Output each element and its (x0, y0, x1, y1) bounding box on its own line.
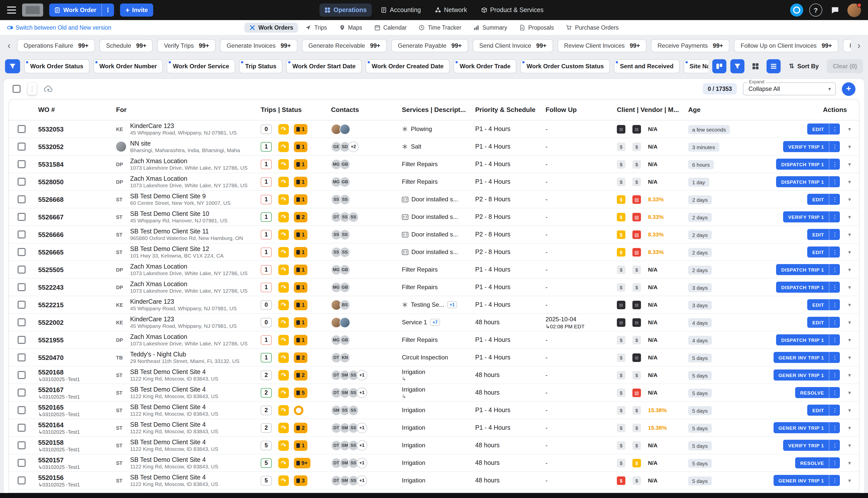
action-menu-button[interactable]: ⋮ (829, 387, 840, 398)
wo-number[interactable]: 5520165 (38, 403, 112, 411)
status-count-badge[interactable]: 2 (294, 370, 308, 380)
status-arrow-icon[interactable]: ↷ (278, 475, 289, 486)
row-checkbox[interactable] (17, 248, 26, 256)
doc-yellow-invoice-icon[interactable]: $ (632, 459, 641, 467)
trips-count-badge[interactable]: 1 (261, 230, 272, 239)
wo-number[interactable]: 5531584 (38, 160, 112, 168)
status-count-badge[interactable]: 2 (294, 212, 308, 222)
client-name[interactable]: SB Test Demo Client Site 10 (130, 210, 228, 218)
row-expand-caret[interactable]: ▾ (848, 389, 851, 396)
trips-count-badge[interactable]: 2 (261, 423, 272, 432)
wo-number[interactable]: 5526665 (38, 248, 112, 256)
filter-work-order-trade[interactable]: Work Order Trade (454, 59, 516, 73)
pipeline-review-client-invoices[interactable]: Review Client Invoices99+ (558, 39, 647, 52)
primary-action-button[interactable]: DISPATCH TRIP 1⋮ (776, 335, 840, 345)
doc-red-invoice-icon[interactable]: ▤ (632, 388, 641, 397)
tab-summary[interactable]: Summary (468, 23, 512, 32)
wo-number[interactable]: 5521955 (38, 336, 112, 344)
action-menu-button[interactable]: ⋮ (829, 369, 840, 381)
row-expand-caret[interactable]: ▾ (848, 354, 851, 361)
contacts-overflow-badge[interactable]: +2 (348, 141, 359, 152)
export-upload-icon[interactable] (44, 86, 53, 92)
wo-number[interactable]: 5532052 (38, 143, 112, 150)
contacts-overflow-badge[interactable]: +1 (357, 475, 367, 486)
trips-count-badge[interactable]: 1 (261, 353, 272, 362)
row-checkbox[interactable] (17, 336, 26, 344)
doc-red-invoice-icon[interactable]: ▤ (632, 248, 641, 256)
pipeline-send-client-invoice[interactable]: Send Client Invoice99+ (473, 39, 553, 52)
col-follow-up[interactable]: Follow Up (542, 106, 613, 114)
dark-invoice-icon[interactable]: ▤ (617, 318, 625, 327)
wo-number[interactable]: 5520470 (38, 354, 112, 361)
status-arrow-icon[interactable]: ↷ (278, 229, 289, 240)
status-arrow-icon[interactable]: ↷ (278, 141, 289, 152)
col-contacts[interactable]: Contacts (327, 106, 398, 114)
contact-avatar[interactable]: GB (339, 282, 350, 292)
advanced-filter-button[interactable] (730, 59, 745, 73)
status-count-badge[interactable]: 1 (294, 176, 308, 187)
row-checkbox[interactable] (17, 353, 26, 362)
dark-invoice-icon[interactable]: ▤ (632, 318, 641, 327)
row-expand-caret[interactable]: ▾ (848, 424, 851, 431)
primary-action-button[interactable]: EDIT⋮ (807, 229, 840, 240)
row-checkbox[interactable] (17, 406, 26, 414)
action-menu-button[interactable]: ⋮ (829, 123, 840, 134)
row-checkbox[interactable] (17, 371, 26, 379)
action-menu-button[interactable]: ⋮ (829, 211, 840, 222)
filter-work-order-status[interactable]: Work Order Status (24, 59, 89, 73)
dollar-invoice-icon[interactable]: $ (617, 459, 625, 467)
status-arrow-icon[interactable]: ↷ (278, 124, 289, 134)
contact-avatar[interactable]: GB (339, 176, 350, 187)
dollar-invoice-icon[interactable]: $ (617, 336, 625, 344)
client-name[interactable]: SB Test Demo Client Site 4 (130, 368, 218, 376)
client-name[interactable]: Zach Xmas Location (130, 175, 248, 182)
status-arrow-icon[interactable]: ↷ (278, 458, 289, 468)
row-checkbox[interactable] (17, 125, 26, 133)
menu-icon[interactable] (7, 6, 16, 14)
action-menu-button[interactable]: ⋮ (829, 317, 840, 328)
status-count-badge[interactable]: 1 (294, 124, 308, 134)
dollar-invoice-icon[interactable]: $ (632, 441, 641, 449)
work-order-menu-button[interactable]: ⋮ (102, 3, 114, 16)
row-checkbox[interactable] (17, 441, 26, 449)
action-menu-button[interactable]: ⋮ (829, 457, 840, 468)
status-arrow-icon[interactable]: ↷ (278, 317, 289, 328)
tab-time-tracker[interactable]: Time Tracker (414, 23, 466, 32)
client-name[interactable]: Teddy's - Night Club (130, 351, 239, 358)
status-arrow-icon[interactable]: ↷ (278, 405, 289, 416)
primary-action-button[interactable]: EDIT⋮ (807, 317, 840, 328)
row-checkbox[interactable] (17, 231, 26, 238)
status-count-badge[interactable]: 1 (294, 335, 308, 345)
row-expand-caret[interactable]: ▾ (848, 442, 851, 448)
status-arrow-icon[interactable]: ↷ (278, 387, 289, 398)
client-name[interactable]: SB Test Demo Client Site 4 (130, 404, 218, 411)
user-avatar[interactable] (847, 3, 861, 17)
filter-work-order-service[interactable]: Work Order Service (167, 59, 235, 73)
row-expand-caret[interactable]: ▾ (848, 301, 851, 308)
primary-action-button[interactable]: EDIT⋮ (807, 123, 840, 134)
expand-collapse-select[interactable]: Expand Collapse All ▾ (743, 82, 836, 95)
dollar-invoice-icon[interactable]: $ (617, 388, 625, 397)
trips-count-badge[interactable]: 1 (261, 283, 272, 292)
tab-purchase-orders[interactable]: Purchase Orders (561, 23, 624, 32)
col-trips-status[interactable]: Trips | Status (257, 106, 327, 114)
primary-action-button[interactable]: EDIT⋮ (807, 247, 840, 258)
wo-number[interactable]: 5520156 (38, 474, 112, 481)
select-all-checkbox[interactable] (13, 85, 21, 93)
contacts-overflow-badge[interactable]: +1 (357, 422, 367, 433)
primary-action-button[interactable]: RESOLVE⋮ (795, 387, 840, 398)
pipeline-scroll-left-icon[interactable]: ‹ (5, 41, 13, 50)
status-arrow-icon[interactable]: ↷ (278, 352, 289, 363)
doc-yellow-invoice-icon[interactable]: $ (617, 248, 625, 256)
filter-site-name[interactable]: Site Name (684, 59, 709, 73)
client-name[interactable]: SB Test Demo Client Site 11 (130, 228, 243, 235)
add-work-order-button[interactable]: + (842, 82, 855, 96)
row-checkbox[interactable] (17, 178, 26, 186)
client-name[interactable]: NN site (130, 140, 240, 147)
dark-invoice-icon[interactable]: ▤ (632, 125, 641, 133)
pipeline-verify-trips[interactable]: Verify Trips99+ (157, 39, 216, 52)
services-overflow-badge[interactable]: +1 (447, 301, 457, 308)
contact-avatar[interactable]: KN (339, 352, 350, 363)
action-menu-button[interactable]: ⋮ (829, 475, 840, 486)
row-expand-caret[interactable]: ▾ (848, 407, 851, 414)
